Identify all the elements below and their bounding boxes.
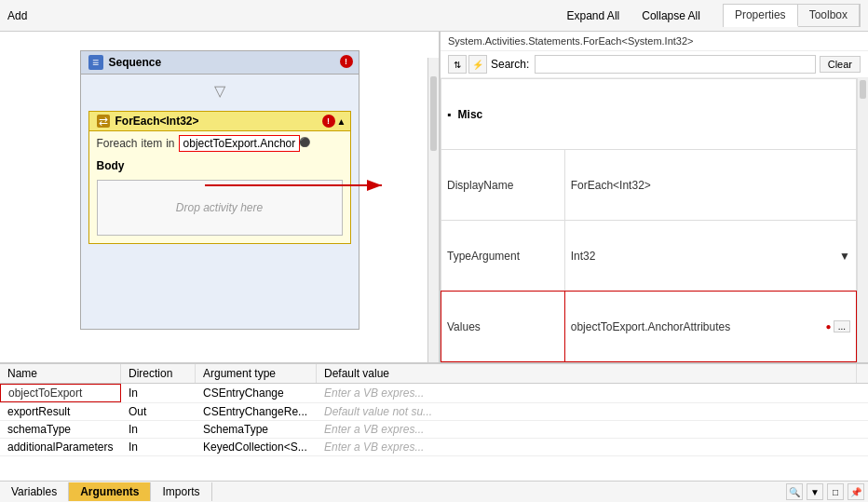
sequence-error-badge: ! xyxy=(340,55,353,68)
foreach-header: ⇄ ForEach<Int32> ! ▲ xyxy=(89,112,350,131)
bottom-search-area: 🔍 ▼ □ 📌 xyxy=(782,482,868,502)
cell-dir-2: In xyxy=(121,421,196,438)
tab-variables[interactable]: Variables xyxy=(0,482,69,501)
search-input[interactable] xyxy=(535,55,815,74)
foreach-container[interactable]: ⇄ ForEach<Int32> ! ▲ Foreach item in xyxy=(88,111,351,244)
col-header-default: Default value xyxy=(317,364,857,383)
values-row: Values objectToExport.AnchorAttributes ●… xyxy=(441,292,857,362)
tab-properties[interactable]: Properties xyxy=(724,5,798,27)
properties-scroll-thumb xyxy=(860,80,866,99)
col-header-name: Name xyxy=(0,364,121,383)
add-button[interactable]: Add xyxy=(7,9,27,22)
table-row: objectToExport In CSEntryChange Enter a … xyxy=(0,384,868,403)
properties-scrollbar[interactable] xyxy=(857,78,868,362)
bottom-pin-icon[interactable]: 📌 xyxy=(848,483,864,500)
chevron-down-icon: ▽ xyxy=(81,75,359,107)
bottom-window-icon[interactable]: □ xyxy=(827,483,844,500)
display-name-key: DisplayName xyxy=(441,150,565,221)
values-key: Values xyxy=(441,292,565,362)
col-header-argtype: Argument type xyxy=(196,364,317,383)
section-misc-label: Misc xyxy=(458,108,483,121)
foreach-icon: ⇄ xyxy=(97,115,110,128)
canvas-panel: ≡ Sequence ! ▽ ⇄ ForEach<Int32> xyxy=(0,32,440,362)
search-row: ⇅ ⚡ Search: Clear xyxy=(441,51,868,78)
search-icons: ⇅ ⚡ xyxy=(448,55,487,74)
tab-arguments[interactable]: Arguments xyxy=(69,482,151,501)
sequence-container: ≡ Sequence ! ▽ ⇄ ForEach<Int32> xyxy=(80,50,359,330)
cell-dir-3: In xyxy=(121,439,196,455)
cell-default-0[interactable]: Enter a VB expres... xyxy=(317,385,868,401)
bottom-down-icon[interactable]: ▼ xyxy=(807,483,823,500)
col-header-direction: Direction xyxy=(121,364,196,383)
clear-button[interactable]: Clear xyxy=(820,56,861,73)
in-label: in xyxy=(166,137,174,150)
values-ellipsis-button[interactable]: ... xyxy=(834,320,850,332)
canvas-scroll-thumb xyxy=(430,76,437,151)
search-label: Search: xyxy=(491,58,529,71)
values-val[interactable]: objectToExport.AnchorAttributes ● ... xyxy=(564,292,856,362)
foreach-title: ForEach<Int32> xyxy=(115,115,199,128)
cell-argtype-0: CSEntryChange xyxy=(196,385,317,401)
foreach-value-box[interactable]: objectToExport.Anchor ⚫ xyxy=(179,135,301,152)
foreach-body-row: Foreach item in objectToExport.Anchor ⚫ xyxy=(89,131,350,156)
sequence-icon-glyph: ≡ xyxy=(92,56,99,69)
sequence-icon: ≡ xyxy=(88,55,103,70)
foreach-value-text: objectToExport.Anchor xyxy=(183,137,296,150)
properties-table-wrapper: ▪ Misc DisplayName ForEach<Int32> TypeAr… xyxy=(441,78,868,362)
tab-toolbox[interactable]: Toolbox xyxy=(798,5,860,26)
section-misc-header: ▪ Misc xyxy=(441,79,857,150)
properties-class-path: System.Activities.Statements.ForEach<Sys… xyxy=(441,32,868,51)
canvas-area[interactable]: ≡ Sequence ! ▽ ⇄ ForEach<Int32> xyxy=(0,32,439,362)
table-row: schemaType In SchemaType Enter a VB expr… xyxy=(0,421,868,439)
table-row: additionalParameters In KeyedCollection<… xyxy=(0,439,868,456)
display-name-row: DisplayName ForEach<Int32> xyxy=(441,150,857,221)
type-argument-key: TypeArgument xyxy=(441,221,565,292)
cell-name-1[interactable]: exportResult xyxy=(0,403,121,420)
scroll-header-spacer xyxy=(857,364,868,383)
bottom-search-icon[interactable]: 🔍 xyxy=(786,483,803,500)
foreach-controls: ! ▲ xyxy=(322,115,346,128)
foreach-collapse-icon[interactable]: ▲ xyxy=(337,116,346,127)
body-label: Body xyxy=(89,156,350,176)
cell-default-3[interactable]: Enter a VB expres... xyxy=(317,439,868,455)
type-argument-row: TypeArgument Int32 ▼ xyxy=(441,221,857,292)
sort-icon[interactable]: ⇅ xyxy=(448,55,467,74)
expand-all-button[interactable]: Expand All xyxy=(567,9,620,22)
minus-icon[interactable]: ▪ xyxy=(447,108,451,121)
values-error-icon: ● xyxy=(826,321,832,332)
main-tabs: Properties Toolbox xyxy=(723,4,861,27)
cell-name-0[interactable]: objectToExport xyxy=(0,384,121,402)
properties-panel: System.Activities.Statements.ForEach<Sys… xyxy=(440,32,868,362)
properties-table: ▪ Misc DisplayName ForEach<Int32> TypeAr… xyxy=(441,78,857,362)
foreach-value-error: ⚫ xyxy=(299,137,310,147)
cell-name-3[interactable]: additionalParameters xyxy=(0,439,121,455)
bottom-table-body: objectToExport In CSEntryChange Enter a … xyxy=(0,384,868,481)
top-toolbar: Add Expand All Collapse All Properties T… xyxy=(0,0,868,32)
cell-argtype-2: SchemaType xyxy=(196,421,317,438)
type-argument-dropdown[interactable]: ▼ xyxy=(839,250,850,263)
cell-argtype-1: CSEntryChangeRe... xyxy=(196,403,317,420)
filter-icon[interactable]: ⚡ xyxy=(468,55,487,74)
foreach-error-badge: ! xyxy=(322,115,335,128)
cell-name-2[interactable]: schemaType xyxy=(0,421,121,438)
cell-default-1[interactable]: Default value not su... xyxy=(317,403,868,420)
drop-label: Drop activity here xyxy=(176,201,263,214)
type-argument-val[interactable]: Int32 ▼ xyxy=(564,221,856,292)
table-row: exportResult Out CSEntryChangeRe... Defa… xyxy=(0,403,868,421)
canvas-scrollbar[interactable] xyxy=(427,58,439,362)
cell-dir-1: Out xyxy=(121,403,196,420)
sequence-header: ≡ Sequence ! xyxy=(81,51,359,75)
cell-argtype-3: KeyedCollection<S... xyxy=(196,439,317,455)
foreach-label: Foreach xyxy=(97,137,138,150)
cell-dir-0: In xyxy=(121,385,196,401)
drop-zone[interactable]: Drop activity here xyxy=(97,180,343,236)
bottom-table-header: Name Direction Argument type Default val… xyxy=(0,364,868,384)
display-name-val[interactable]: ForEach<Int32> xyxy=(564,150,856,221)
bottom-panel: Name Direction Argument type Default val… xyxy=(0,362,868,502)
sequence-title: Sequence xyxy=(109,56,162,69)
item-label: item xyxy=(142,137,163,150)
tab-imports[interactable]: Imports xyxy=(151,482,211,501)
cell-default-2[interactable]: Enter a VB expres... xyxy=(317,421,868,438)
collapse-all-button[interactable]: Collapse All xyxy=(642,9,700,22)
bottom-tabs: Variables Arguments Imports 🔍 ▼ □ 📌 xyxy=(0,481,868,502)
